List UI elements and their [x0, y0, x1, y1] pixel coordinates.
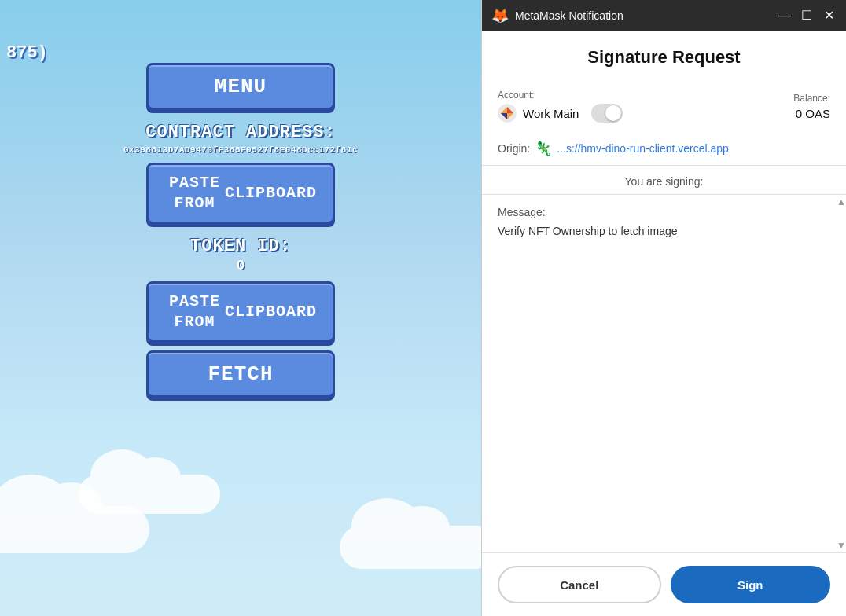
- sign-button[interactable]: Sign: [671, 566, 831, 603]
- cloud-decoration-3: [79, 475, 220, 514]
- signing-label: You are signing:: [482, 166, 846, 195]
- cancel-button[interactable]: Cancel: [498, 566, 661, 603]
- token-id-value: 0: [237, 258, 245, 273]
- account-avatar: [498, 104, 517, 123]
- origin-site-icon: 🦎: [535, 140, 552, 157]
- signature-title: Signature Request: [482, 31, 846, 80]
- origin-url: ...s://hmv-dino-run-client.vercel.app: [557, 142, 729, 155]
- metamask-panel: 🦊 MetaMask Notification — ☐ ✕ Signature …: [481, 0, 846, 616]
- title-bar-controls: — ☐ ✕: [777, 9, 837, 22]
- action-buttons: Cancel Sign: [482, 552, 846, 616]
- close-button[interactable]: ✕: [821, 9, 837, 22]
- score-text: 875): [6, 43, 48, 63]
- account-row: Work Main: [498, 104, 623, 123]
- account-name: Work Main: [523, 107, 579, 120]
- menu-button[interactable]: MENU: [146, 63, 335, 110]
- paste-contract-button[interactable]: PASTE FROMCLIPBOARD: [146, 163, 335, 224]
- account-label: Account:: [498, 90, 623, 101]
- paste-token-button[interactable]: PASTE FROMCLIPBOARD: [146, 281, 335, 343]
- token-id-label: TOKEN ID:: [190, 236, 291, 256]
- balance-value: 0 OAS: [796, 107, 830, 120]
- origin-section: Origin: 🦎 ...s://hmv-dino-run-client.ver…: [482, 132, 846, 166]
- account-left: Account: Work Main: [498, 90, 623, 123]
- game-area: 875) MENU CONTRACT ADDRESS: 0x398813D7AD…: [0, 0, 481, 616]
- balance-section: Balance: 0 OAS: [793, 93, 830, 120]
- scroll-down-arrow[interactable]: ▼: [835, 538, 846, 552]
- metamask-icon: 🦊: [491, 7, 509, 24]
- message-value: Verify NFT Ownership to fetch image: [498, 225, 830, 237]
- metamask-content: Signature Request Account:: [482, 31, 846, 616]
- scrollbar: ▲ ▼: [837, 195, 846, 552]
- contract-address-value: 0x398813D7AD9470fF385F0527f8E048Dcc172f6…: [123, 145, 358, 155]
- balance-label: Balance:: [793, 93, 830, 104]
- message-scroll-area[interactable]: Message: Verify NFT Ownership to fetch i…: [482, 195, 846, 552]
- message-section: Message: Verify NFT Ownership to fetch i…: [482, 195, 846, 552]
- restore-button[interactable]: ☐: [799, 9, 815, 22]
- account-section: Account: Work Main: [482, 80, 846, 132]
- cloud-decoration-2: [340, 526, 481, 569]
- contract-address-label: CONTRACT ADDRESS:: [145, 123, 335, 142]
- scroll-up-arrow[interactable]: ▲: [835, 195, 846, 209]
- origin-label: Origin:: [498, 142, 530, 155]
- message-label: Message:: [498, 206, 830, 218]
- title-bar: 🦊 MetaMask Notification — ☐ ✕: [482, 0, 846, 31]
- account-toggle[interactable]: [591, 104, 623, 123]
- fetch-button[interactable]: FETCH: [146, 350, 335, 398]
- title-bar-title: MetaMask Notification: [515, 9, 777, 22]
- minimize-button[interactable]: —: [777, 9, 793, 22]
